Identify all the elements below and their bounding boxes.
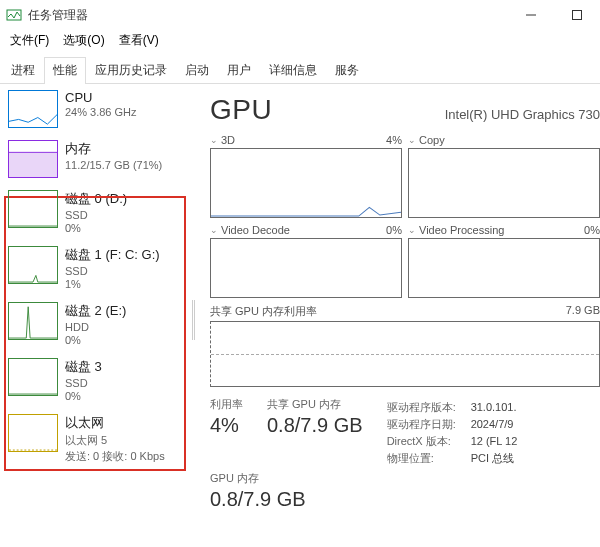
sidebar-item-sub: HDD xyxy=(65,321,126,333)
info-key: 驱动程序日期: xyxy=(387,416,463,433)
sidebar-item-sub: 以太网 5 xyxy=(65,433,165,448)
detail-subtitle: Intel(R) UHD Graphics 730 xyxy=(415,107,600,122)
window-title: 任务管理器 xyxy=(28,7,88,24)
sidebar-item-sub: 24% 3.86 GHz xyxy=(65,106,137,118)
sidebar-item-memory[interactable]: 内存 11.2/15.7 GB (71%) xyxy=(0,134,190,184)
chevron-down-icon: ⌄ xyxy=(408,135,416,145)
sidebar-item-sub: SSD xyxy=(65,209,127,221)
tab-users[interactable]: 用户 xyxy=(218,57,260,84)
info-key: 驱动程序版本: xyxy=(387,399,463,416)
chevron-down-icon: ⌄ xyxy=(210,135,218,145)
menu-bar: 文件(F) 选项(O) 查看(V) xyxy=(0,30,600,50)
info-key: DirectX 版本: xyxy=(387,433,463,450)
tab-performance[interactable]: 性能 xyxy=(44,57,86,84)
tab-services[interactable]: 服务 xyxy=(326,57,368,84)
info-key: 物理位置: xyxy=(387,450,463,467)
sidebar-item-label: CPU xyxy=(65,90,137,105)
tab-startup[interactable]: 启动 xyxy=(176,57,218,84)
sidebar-item-label: 内存 xyxy=(65,140,162,158)
info-val: 31.0.101. xyxy=(471,399,517,416)
tab-bar: 进程 性能 应用历史记录 启动 用户 详细信息 服务 xyxy=(0,52,600,84)
chart-percent: 0% xyxy=(386,224,402,236)
detail-pane: GPU Intel(R) UHD Graphics 730 ⌄3D 4% ⌄Co… xyxy=(196,84,600,547)
sidebar-item-label: 以太网 xyxy=(65,414,165,432)
info-val: 2024/7/9 xyxy=(471,416,514,433)
disk-spark-icon xyxy=(8,302,58,340)
sidebar-item-disk0[interactable]: 磁盘 0 (D:) SSD 0% xyxy=(0,184,190,240)
sidebar-item-label: 磁盘 0 (D:) xyxy=(65,190,127,208)
chevron-down-icon: ⌄ xyxy=(210,225,218,235)
chart-label: Video Decode xyxy=(221,224,290,236)
chart-canvas xyxy=(210,321,600,387)
tab-app-history[interactable]: 应用历史记录 xyxy=(86,57,176,84)
chart-percent: 0% xyxy=(584,224,600,236)
disk-spark-icon xyxy=(8,190,58,228)
sidebar-item-sub: SSD xyxy=(65,377,102,389)
chart-label: 3D xyxy=(221,134,235,146)
menu-file[interactable]: 文件(F) xyxy=(4,30,55,51)
svg-rect-2 xyxy=(573,11,582,20)
tab-processes[interactable]: 进程 xyxy=(2,57,44,84)
sidebar-item-value: 1% xyxy=(65,278,160,290)
perf-sidebar: CPU 24% 3.86 GHz 内存 11.2/15.7 GB (71%) 磁… xyxy=(0,84,190,547)
chart-label: 共享 GPU 内存利用率 xyxy=(210,304,317,319)
chart-copy[interactable]: ⌄Copy xyxy=(408,134,600,218)
minimize-button[interactable] xyxy=(508,0,554,30)
maximize-button[interactable] xyxy=(554,0,600,30)
app-icon xyxy=(6,7,22,23)
stat-shared-value: 0.8/7.9 GB xyxy=(267,414,363,437)
chart-video-processing[interactable]: ⌄Video Processing 0% xyxy=(408,224,600,298)
stat-shared-label: 共享 GPU 内存 xyxy=(267,397,363,412)
sidebar-item-disk1[interactable]: 磁盘 1 (F: C: G:) SSD 1% xyxy=(0,240,190,296)
title-bar: 任务管理器 xyxy=(0,0,600,30)
sidebar-item-cpu[interactable]: CPU 24% 3.86 GHz xyxy=(0,84,190,134)
disk-spark-icon xyxy=(8,358,58,396)
stat-util-value: 4% xyxy=(210,414,243,437)
chart-label: Video Processing xyxy=(419,224,504,236)
stat-util-label: 利用率 xyxy=(210,397,243,412)
info-val: PCI 总线 xyxy=(471,450,514,467)
stat-gpumem-value: 0.8/7.9 GB xyxy=(210,488,306,511)
sidebar-item-value: 0% xyxy=(65,222,127,234)
info-val: 12 (FL 12 xyxy=(471,433,518,450)
disk-spark-icon xyxy=(8,246,58,284)
menu-view[interactable]: 查看(V) xyxy=(113,30,165,51)
chevron-down-icon: ⌄ xyxy=(408,225,416,235)
stats-row: 利用率 4% 共享 GPU 内存 0.8/7.9 GB 驱动程序版本:31.0.… xyxy=(210,397,600,467)
sidebar-item-disk3[interactable]: 磁盘 3 SSD 0% xyxy=(0,352,190,408)
sidebar-item-label: 磁盘 1 (F: C: G:) xyxy=(65,246,160,264)
sidebar-item-sub: SSD xyxy=(65,265,160,277)
sidebar-item-value: 0% xyxy=(65,334,126,346)
sidebar-item-ethernet[interactable]: 以太网 以太网 5 发送: 0 接收: 0 Kbps xyxy=(0,408,190,470)
chart-percent: 4% xyxy=(386,134,402,146)
sidebar-item-disk2[interactable]: 磁盘 2 (E:) HDD 0% xyxy=(0,296,190,352)
chart-canvas xyxy=(408,148,600,218)
sidebar-item-label: 磁盘 3 xyxy=(65,358,102,376)
driver-info: 驱动程序版本:31.0.101. 驱动程序日期:2024/7/9 DirectX… xyxy=(387,397,518,467)
chart-canvas xyxy=(210,148,402,218)
net-spark-icon xyxy=(8,414,58,452)
sidebar-item-value: 0% xyxy=(65,390,102,402)
chart-canvas xyxy=(210,238,402,298)
chart-canvas xyxy=(408,238,600,298)
memory-spark-icon xyxy=(8,140,58,178)
splitter-handle[interactable] xyxy=(190,84,196,547)
content-area: CPU 24% 3.86 GHz 内存 11.2/15.7 GB (71%) 磁… xyxy=(0,84,600,547)
sidebar-item-label: 磁盘 2 (E:) xyxy=(65,302,126,320)
detail-title: GPU xyxy=(210,94,272,126)
stat-gpumem-label: GPU 内存 xyxy=(210,471,306,486)
sidebar-item-value: 发送: 0 接收: 0 Kbps xyxy=(65,449,165,464)
chart-3d[interactable]: ⌄3D 4% xyxy=(210,134,402,218)
chart-shared-gpu-memory: 共享 GPU 内存利用率 7.9 GB xyxy=(210,304,600,387)
sidebar-item-sub: 11.2/15.7 GB (71%) xyxy=(65,159,162,171)
cpu-spark-icon xyxy=(8,90,58,128)
chart-right: 7.9 GB xyxy=(566,304,600,319)
svg-rect-3 xyxy=(9,152,57,177)
tab-details[interactable]: 详细信息 xyxy=(260,57,326,84)
menu-options[interactable]: 选项(O) xyxy=(57,30,110,51)
chart-video-decode[interactable]: ⌄Video Decode 0% xyxy=(210,224,402,298)
chart-label: Copy xyxy=(419,134,445,146)
